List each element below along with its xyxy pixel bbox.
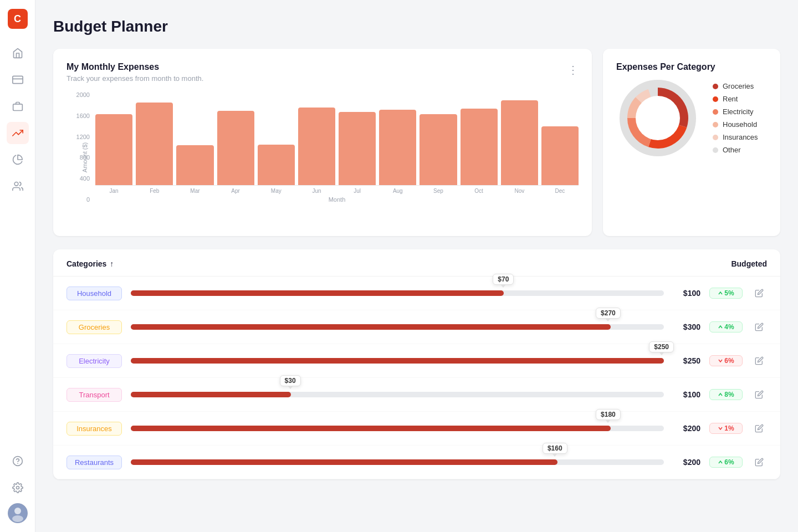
bar [176,145,213,185]
bar-group [461,91,498,185]
category-bar-area: $70 [131,290,664,296]
x-bar-label: Jul [339,188,376,194]
bar [501,100,538,185]
progress-track: $270 [131,324,664,330]
category-rows: Household $70 $100 5% Groceries $270 $30… [53,277,780,479]
legend-label: Rent [723,95,738,103]
edit-button[interactable] [751,454,767,470]
bar-group [95,91,132,185]
legend-item: Household [713,120,758,129]
x-bar-label: Sep [420,188,457,194]
svg-point-8 [14,508,21,514]
donut-chart [616,76,699,160]
legend-label: Electricity [723,108,754,116]
category-row: Groceries $270 $300 4% [53,310,780,344]
x-bar-label: Mar [176,188,213,194]
category-label: Insurances [66,422,122,436]
svg-point-9 [12,515,23,522]
budget-amount: $300 [673,323,700,331]
legend-item: Other [713,146,758,154]
edit-button[interactable] [751,319,767,335]
progress-tooltip: $270 [596,308,621,319]
bar [379,110,416,185]
chart-subtitle: Track your expenses from month to month. [66,74,203,83]
bar [339,112,376,185]
bar-group [136,91,173,185]
x-bar-label: May [258,188,295,194]
legend-dot [713,109,718,115]
edit-button[interactable] [751,421,767,436]
category-bar-area: $160 [131,459,664,465]
progress-fill: $270 [131,324,611,330]
edit-button[interactable] [751,387,767,402]
change-value: 4% [724,323,734,331]
user-avatar[interactable] [8,503,28,523]
legend-item: Electricity [713,108,758,116]
legend-dot [713,84,718,89]
sidebar-item-analytics[interactable] [7,122,29,144]
sidebar-item-home[interactable] [7,42,29,64]
category-row: Electricity $250 $250 6% [53,344,780,378]
page-title: Budget Planner [53,18,780,35]
legend-label: Household [723,120,757,129]
sidebar-item-budget[interactable] [7,149,29,171]
bar [95,114,132,185]
categories-header: Categories ↑ Budgeted [53,249,780,277]
chart-menu-icon[interactable]: ⋮ [567,63,579,76]
svg-rect-0 [12,76,22,83]
progress-fill: $180 [131,426,611,431]
bars-area [95,91,579,186]
svg-rect-2 [13,104,22,111]
sidebar-bottom [7,450,29,523]
progress-tooltip: $250 [649,341,674,352]
y-axis-label: Amount ($) [81,142,88,172]
sidebar-item-support[interactable] [7,450,29,472]
main-content: Budget Planner My Monthly Expenses Track… [35,0,798,532]
sidebar-item-cards[interactable] [7,69,29,91]
edit-button[interactable] [751,353,767,369]
y-axis: 2000 1600 1200 800 400 0 [66,91,94,203]
bar [541,126,579,185]
chart-title: My Monthly Expenses [66,62,203,72]
progress-track: $160 [131,459,664,465]
sidebar-item-settings[interactable] [7,477,29,499]
x-bar-label: Oct [461,188,498,194]
sort-icon[interactable]: ↑ [110,259,114,268]
budget-amount: $200 [673,458,700,467]
progress-tooltip: $180 [596,409,621,420]
bar-group [379,91,416,185]
category-bar-area: $270 [131,324,664,330]
category-label: Restaurants [66,456,122,469]
change-value: 5% [724,289,734,297]
category-bar-area: $250 [131,358,664,364]
bar-group [501,91,538,185]
edit-button[interactable] [751,285,767,301]
svg-point-11 [636,96,680,140]
bar-group [217,91,254,185]
categories-header-label: Categories [66,259,106,268]
legend-dot [713,135,718,140]
change-badge: 6% [709,457,743,468]
bar-group [420,91,457,185]
bar-group [339,91,376,185]
x-bar-label: Nov [501,188,538,194]
bar-group [258,91,295,185]
donut-title: Expenses Per Category [616,62,767,72]
sidebar-item-users[interactable] [7,175,29,197]
change-badge: 4% [709,321,743,332]
category-label: Groceries [66,320,122,334]
legend-label: Other [723,146,741,154]
change-badge: 1% [709,423,743,434]
sidebar-item-portfolio[interactable] [7,95,29,117]
change-badge: 8% [709,389,743,400]
donut-container: GroceriesRentElectricityHouseholdInsuran… [616,76,767,160]
app-logo[interactable]: C [8,9,28,29]
legend-item: Insurances [713,133,758,141]
progress-tooltip: $30 [280,375,301,386]
category-label: Electricity [66,354,122,368]
legend-dot [713,147,718,153]
progress-track: $180 [131,426,664,431]
x-bar-label: Dec [541,188,579,194]
sidebar: C [0,0,35,532]
change-value: 1% [724,424,734,432]
